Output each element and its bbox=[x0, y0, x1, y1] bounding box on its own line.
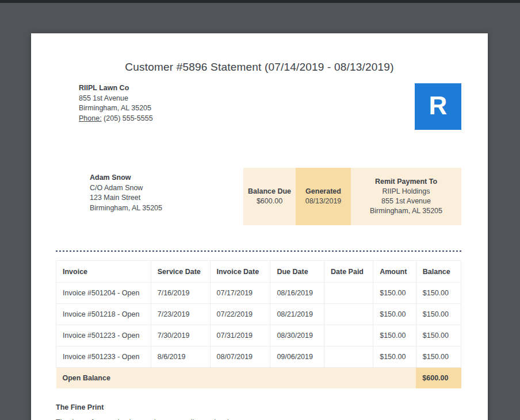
customer-care-of: C/O Adam Snow bbox=[90, 183, 162, 194]
cell-invoice-date: 08/07/2019 bbox=[210, 346, 270, 368]
column-header-due-date: Due Date bbox=[270, 261, 324, 283]
balance-due-value: $600.00 bbox=[257, 196, 282, 206]
cell-balance: $150.00 bbox=[416, 283, 461, 304]
cell-amount: $150.00 bbox=[373, 325, 416, 346]
company-address-block: RIIPL Lawn Co 855 1st Avenue Birmingham,… bbox=[79, 83, 153, 124]
statement-title: Customer #5896 Statement (07/14/2019 - 0… bbox=[31, 61, 488, 74]
open-balance-label: Open Balance bbox=[56, 368, 416, 388]
cell-service-date: 7/16/2019 bbox=[151, 283, 210, 304]
column-header-balance: Balance bbox=[416, 261, 461, 283]
column-header-invoice-date: Invoice Date bbox=[210, 261, 270, 283]
column-header-service-date: Service Date bbox=[151, 261, 210, 283]
customer-name: Adam Snow bbox=[90, 173, 162, 183]
cell-date-paid bbox=[324, 283, 373, 304]
company-name: RIIPL Lawn Co bbox=[79, 83, 153, 94]
cell-date-paid bbox=[324, 325, 373, 346]
company-address-line2: Birmingham, AL 35205 bbox=[79, 103, 153, 114]
cell-service-date: 7/30/2019 bbox=[151, 325, 210, 346]
cell-due-date: 08/21/2019 bbox=[270, 304, 324, 325]
dotted-divider bbox=[56, 251, 461, 252]
customer-address-block: Adam Snow C/O Adam Snow 123 Main Street … bbox=[90, 173, 162, 213]
cell-balance: $150.00 bbox=[416, 304, 461, 325]
table-row: Invoice #501204 - Open 7/16/2019 07/17/2… bbox=[56, 283, 461, 304]
cell-balance: $150.00 bbox=[416, 325, 461, 346]
customer-city: Birmingham, AL 35205 bbox=[90, 203, 162, 214]
table-header-row: Invoice Service Date Invoice Date Due Da… bbox=[56, 261, 461, 283]
cell-due-date: 08/30/2019 bbox=[270, 325, 324, 346]
table-row: Invoice #501233 - Open 8/6/2019 08/07/20… bbox=[56, 346, 461, 368]
header-row: RIIPL Lawn Co 855 1st Avenue Birmingham,… bbox=[79, 83, 461, 130]
cell-amount: $150.00 bbox=[373, 346, 416, 368]
info-row: Adam Snow C/O Adam Snow 123 Main Street … bbox=[90, 168, 461, 225]
statement-page: Customer #5896 Statement (07/14/2019 - 0… bbox=[31, 33, 488, 420]
table-row: Invoice #501218 - Open 7/23/2019 07/22/2… bbox=[56, 304, 461, 325]
remit-line2: 855 1st Avenue bbox=[381, 196, 431, 206]
cell-invoice: Invoice #501218 - Open bbox=[56, 304, 151, 325]
cell-date-paid bbox=[324, 304, 373, 325]
summary-generated: Generated 08/13/2019 bbox=[296, 168, 351, 225]
generated-label: Generated bbox=[305, 187, 341, 196]
cell-due-date: 09/06/2019 bbox=[270, 346, 324, 368]
cell-balance: $150.00 bbox=[416, 346, 461, 368]
column-header-amount: Amount bbox=[373, 261, 416, 283]
company-address-line1: 855 1st Avenue bbox=[79, 94, 153, 104]
invoices-table: Invoice Service Date Invoice Date Due Da… bbox=[56, 260, 461, 388]
open-balance-row: Open Balance $600.00 bbox=[56, 368, 461, 388]
cell-amount: $150.00 bbox=[373, 283, 416, 304]
generated-value: 08/13/2019 bbox=[305, 196, 342, 206]
table-row: Invoice #501223 - Open 7/30/2019 07/31/2… bbox=[56, 325, 461, 346]
summary-box: Balance Due $600.00 Generated 08/13/2019… bbox=[243, 168, 461, 225]
remit-line1: RIIPL Holdings bbox=[383, 187, 430, 196]
cell-invoice: Invoice #501223 - Open bbox=[56, 325, 151, 346]
column-header-date-paid: Date Paid bbox=[324, 261, 373, 283]
window-top-strip bbox=[0, 0, 520, 3]
cell-invoice: Invoice #501233 - Open bbox=[56, 346, 151, 368]
cell-invoice-date: 07/17/2019 bbox=[210, 283, 270, 304]
remit-line3: Birmingham, AL 35205 bbox=[370, 206, 442, 216]
phone-number: (205) 555-5555 bbox=[104, 114, 152, 122]
logo-letter-r: R bbox=[429, 93, 448, 121]
balance-due-label: Balance Due bbox=[248, 187, 291, 196]
cell-amount: $150.00 bbox=[373, 304, 416, 325]
customer-street: 123 Main Street bbox=[90, 193, 162, 203]
open-balance-value: $600.00 bbox=[416, 368, 461, 388]
cell-service-date: 8/6/2019 bbox=[151, 346, 210, 368]
summary-remit-payment: Remit Payment To RIIPL Holdings 855 1st … bbox=[351, 168, 461, 225]
cell-invoice-date: 07/22/2019 bbox=[210, 304, 270, 325]
phone-label: Phone: bbox=[79, 114, 102, 122]
fine-print-text: Thank you for your business, please pay … bbox=[56, 418, 461, 420]
company-phone-line: Phone: (205) 555-5555 bbox=[79, 114, 153, 124]
cell-service-date: 7/23/2019 bbox=[151, 304, 210, 325]
cell-date-paid bbox=[324, 346, 373, 368]
summary-balance-due: Balance Due $600.00 bbox=[243, 168, 296, 225]
cell-invoice: Invoice #501204 - Open bbox=[56, 283, 151, 304]
cell-due-date: 08/16/2019 bbox=[270, 283, 324, 304]
fine-print-heading: The Fine Print bbox=[56, 403, 461, 411]
column-header-invoice: Invoice bbox=[56, 261, 151, 283]
cell-invoice-date: 07/31/2019 bbox=[210, 325, 270, 346]
remit-label: Remit Payment To bbox=[375, 177, 437, 187]
invoices-table-wrap: Invoice Service Date Invoice Date Due Da… bbox=[56, 260, 461, 388]
company-logo: R bbox=[415, 83, 461, 130]
